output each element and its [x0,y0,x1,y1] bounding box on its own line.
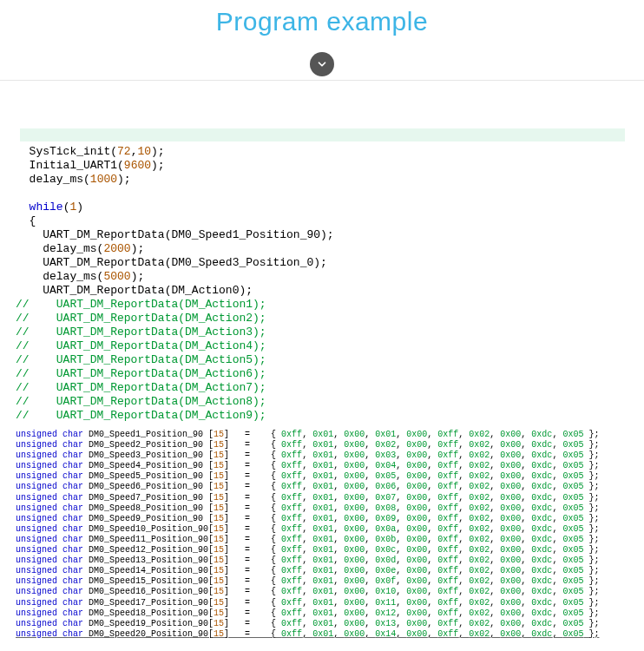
chevron-down-icon[interactable] [310,52,334,76]
code-highlight-line [20,128,625,141]
page-title: Program example [0,7,644,36]
code-block-arrays: unsigned char DM0_Speed1_Position_90 [15… [16,430,628,640]
content-area: SysTick_init(72,10); Initial_UART1(9600)… [0,81,644,640]
code-block-main: SysTick_init(72,10); Initial_UART1(9600)… [16,145,628,423]
title-bar: Program example [0,0,644,52]
